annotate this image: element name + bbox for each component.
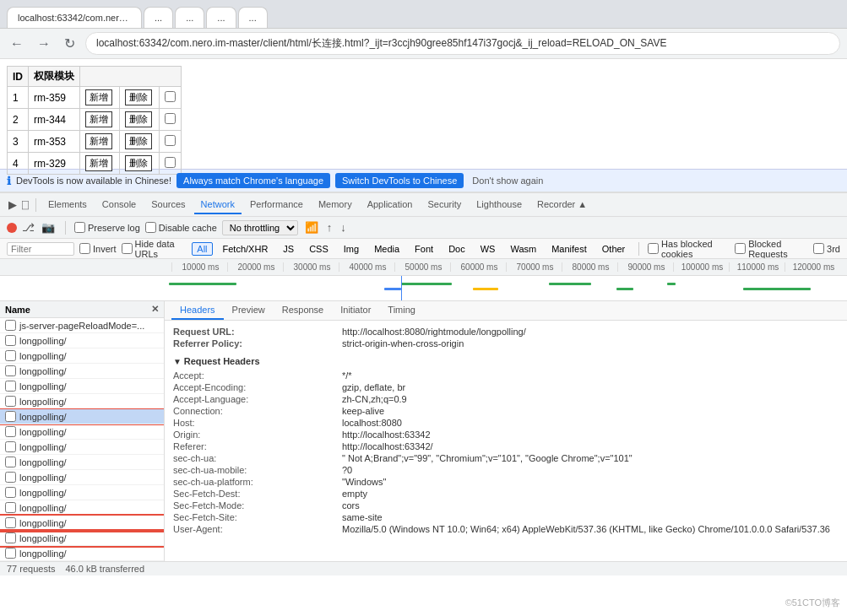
filter-media[interactable]: Media xyxy=(369,242,404,256)
3rd-checkbox[interactable] xyxy=(813,243,824,254)
forward-button[interactable]: → xyxy=(34,33,54,55)
has-blocked-checkbox[interactable] xyxy=(648,243,659,254)
request-row[interactable]: longpolling/ xyxy=(0,516,164,531)
tab-recorder[interactable]: Recorder ▲ xyxy=(530,196,594,214)
cell-del[interactable]: 删除 xyxy=(120,153,160,175)
active-tab[interactable]: localhost:63342/com.nero.im-m... xyxy=(7,7,142,28)
request-row[interactable]: longpolling/ xyxy=(0,546,164,561)
tab-sources[interactable]: Sources xyxy=(144,196,192,214)
export-icon[interactable]: ↓ xyxy=(339,219,348,235)
request-row[interactable]: longpolling/ xyxy=(0,349,164,364)
disable-cache-label[interactable]: Disable cache xyxy=(145,222,217,233)
filter-other[interactable]: Other xyxy=(597,242,631,256)
camera-icon[interactable]: 📷 xyxy=(40,219,57,235)
request-row[interactable]: longpolling/ xyxy=(0,379,164,394)
filter-input[interactable] xyxy=(7,242,74,256)
request-checkbox[interactable] xyxy=(5,411,16,422)
add-button[interactable]: 新增 xyxy=(85,111,112,127)
tab-security[interactable]: Security xyxy=(421,196,468,214)
request-row[interactable]: longpolling/ xyxy=(0,364,164,379)
disable-cache-checkbox[interactable] xyxy=(145,222,156,233)
add-button[interactable]: 新增 xyxy=(85,89,112,105)
detail-tab-timing[interactable]: Timing xyxy=(379,301,424,320)
request-checkbox[interactable] xyxy=(5,517,16,528)
request-checkbox[interactable] xyxy=(5,457,16,467)
cell-add[interactable]: 新增 xyxy=(80,109,120,131)
close-detail-icon[interactable]: ✕ xyxy=(151,304,159,315)
invert-checkbox[interactable] xyxy=(79,243,90,254)
throttling-select[interactable]: No throttling Fast 3G Slow 3G xyxy=(222,220,298,235)
request-row[interactable]: longpolling/ xyxy=(0,333,164,349)
back-button[interactable]: ← xyxy=(7,33,27,55)
filter-css[interactable]: CSS xyxy=(304,242,334,256)
request-row[interactable]: longpolling/ xyxy=(0,485,164,500)
cell-add[interactable]: 新增 xyxy=(80,87,120,109)
filter-all[interactable]: All xyxy=(192,242,212,256)
tab-3[interactable]: ... xyxy=(175,7,204,28)
tab-lighthouse[interactable]: Lighthouse xyxy=(470,196,529,214)
tab-4[interactable]: ... xyxy=(206,7,236,28)
request-checkbox[interactable] xyxy=(5,532,16,543)
request-row[interactable]: longpolling/ xyxy=(0,470,164,485)
preserve-log-checkbox[interactable] xyxy=(74,222,85,233)
delete-button[interactable]: 删除 xyxy=(125,89,152,105)
request-row[interactable]: longpolling/ xyxy=(0,440,164,455)
tab-console[interactable]: Console xyxy=(95,196,143,214)
delete-button[interactable]: 删除 xyxy=(125,133,152,149)
cell-check[interactable] xyxy=(160,109,182,131)
add-button[interactable]: 新增 xyxy=(85,133,112,149)
request-checkbox[interactable] xyxy=(5,320,16,331)
cell-add[interactable]: 新增 xyxy=(80,131,120,153)
request-checkbox[interactable] xyxy=(5,441,16,452)
cell-del[interactable]: 删除 xyxy=(120,131,160,153)
tab-2[interactable]: ... xyxy=(144,7,173,28)
request-checkbox[interactable] xyxy=(5,381,16,392)
invert-label[interactable]: Invert xyxy=(79,243,117,254)
record-button[interactable] xyxy=(7,223,17,233)
cell-del[interactable]: 删除 xyxy=(120,109,160,131)
cell-check[interactable] xyxy=(160,153,182,175)
request-row[interactable]: longpolling/ xyxy=(0,409,164,424)
filter-ws[interactable]: WS xyxy=(475,242,501,256)
detail-tab-preview[interactable]: Preview xyxy=(224,301,274,320)
request-checkbox[interactable] xyxy=(5,350,16,361)
filter-js[interactable]: JS xyxy=(278,242,299,256)
blocked-requests-label[interactable]: Blocked Requests xyxy=(735,239,808,259)
filter-font[interactable]: Font xyxy=(410,242,438,256)
import-icon[interactable]: ↑ xyxy=(325,219,334,235)
request-checkbox[interactable] xyxy=(5,502,16,513)
cell-check[interactable] xyxy=(160,87,182,109)
hide-data-urls-checkbox[interactable] xyxy=(122,243,133,254)
request-checkbox[interactable] xyxy=(5,472,16,483)
blocked-requests-checkbox[interactable] xyxy=(735,243,746,254)
request-row[interactable]: longpolling/ xyxy=(0,500,164,516)
detail-tab-initiator[interactable]: Initiator xyxy=(332,301,379,320)
clear-button[interactable]: ⎇ xyxy=(22,221,35,234)
request-checkbox[interactable] xyxy=(5,365,16,376)
inspect-icon[interactable]: ▶ xyxy=(7,197,19,213)
tab-elements[interactable]: Elements xyxy=(41,196,94,214)
request-checkbox[interactable] xyxy=(5,487,16,498)
reload-button[interactable]: ↻ xyxy=(61,32,79,55)
match-language-button[interactable]: Always match Chrome's language xyxy=(176,173,330,188)
tab-network[interactable]: Network xyxy=(194,196,242,214)
hide-data-urls-label[interactable]: Hide data URLs xyxy=(122,239,187,259)
tab-performance[interactable]: Performance xyxy=(243,196,310,214)
row-checkbox[interactable] xyxy=(165,157,176,168)
filter-manifest[interactable]: Manifest xyxy=(546,242,592,256)
row-checkbox[interactable] xyxy=(165,91,176,102)
url-input[interactable]: localhost:63342/com.nero.im-master/clien… xyxy=(85,32,840,55)
row-checkbox[interactable] xyxy=(165,113,176,124)
dont-show-again-button[interactable]: Don't show again xyxy=(469,173,546,188)
request-row[interactable]: longpolling/ xyxy=(0,424,164,440)
add-button[interactable]: 新增 xyxy=(85,155,112,171)
tab-application[interactable]: Application xyxy=(361,196,420,214)
filter-img[interactable]: Img xyxy=(339,242,364,256)
request-checkbox[interactable] xyxy=(5,426,16,437)
request-row[interactable]: longpolling/ xyxy=(0,455,164,470)
request-row[interactable]: longpolling/ xyxy=(0,394,164,409)
cell-check[interactable] xyxy=(160,131,182,153)
request-checkbox[interactable] xyxy=(5,335,16,346)
filter-wasm[interactable]: Wasm xyxy=(505,242,541,256)
detail-tab-headers[interactable]: Headers xyxy=(171,301,224,320)
